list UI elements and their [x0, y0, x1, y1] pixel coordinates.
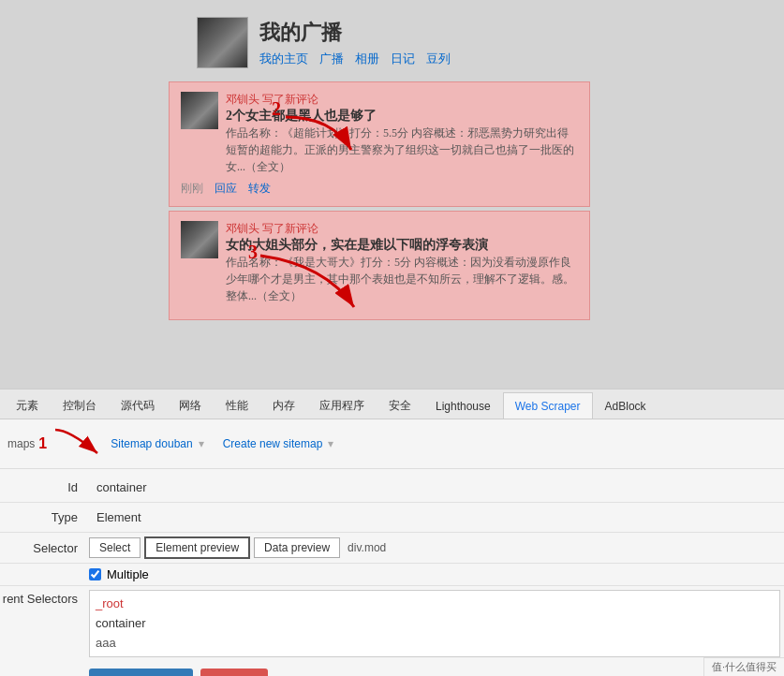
feed-avatar-2	[181, 221, 218, 258]
arrow-1-svg	[51, 425, 107, 463]
form-area: Id container Type Element Selector Selec…	[0, 469, 784, 676]
nav-broadcast[interactable]: 广播	[319, 51, 344, 67]
profile-name: 我的广播	[259, 19, 451, 47]
devtools-panel: 元素 控制台 源代码 网络 性能 内存 应用程序 安全 Lighthouse W…	[0, 389, 784, 676]
selectors-list: _root container aaa	[89, 590, 780, 657]
form-row-multiple: Multiple	[0, 564, 784, 586]
form-row-parent-selectors: rent Selectors _root container aaa	[0, 586, 784, 661]
feed-footer-1: 刚刚 回应 转发	[181, 181, 578, 197]
element-preview-button[interactable]: Element preview	[144, 536, 250, 559]
nav-album[interactable]: 相册	[355, 51, 379, 67]
data-preview-button[interactable]: Data preview	[254, 537, 340, 558]
feed-forward-1[interactable]: 转发	[248, 181, 271, 197]
tab-memory[interactable]: 内存	[260, 392, 307, 419]
tab-network[interactable]: 网络	[167, 392, 214, 419]
id-label: Id	[0, 480, 89, 494]
select-button[interactable]: Select	[89, 537, 141, 558]
tab-adblock[interactable]: AdBlock	[593, 392, 658, 419]
selector-root[interactable]: _root	[96, 595, 774, 614]
nav-doulie[interactable]: 豆列	[426, 51, 451, 67]
scraper-nav-maps: maps	[7, 437, 35, 450]
selector-label: Selector	[0, 541, 89, 555]
form-row-id: Id container	[0, 473, 784, 503]
profile-nav: 我的主页 广播 相册 日记 豆列	[259, 51, 451, 67]
selector-value: div.mod	[348, 541, 386, 554]
feed-item-1: 邓钏头 写了新评论 2个女主都是黑人也是够了 作品名称：《超能计划》打分：5.5…	[169, 81, 590, 207]
feed-header-2: 邓钏头 写了新评论	[226, 221, 578, 237]
feed-reply-1[interactable]: 回应	[214, 181, 237, 197]
form-row-selector: Selector Select Element preview Data pre…	[0, 533, 784, 564]
tab-security[interactable]: 安全	[377, 392, 423, 419]
id-value: container	[89, 477, 784, 498]
profile-header: 我的广播 我的主页 广播 相册 日记 豆列	[19, 9, 765, 74]
avatar	[197, 17, 248, 68]
feed-item-2: 邓钏头 写了新评论 女的大姐头部分，实在是难以下咽的浮夸表演 作品名称：《我是大…	[169, 211, 590, 320]
tab-elements[interactable]: 元素	[4, 392, 51, 419]
create-sitemap-dropdown[interactable]: Create new sitemap	[223, 437, 323, 450]
multiple-checkbox[interactable]	[89, 568, 101, 580]
tab-performance[interactable]: 性能	[214, 392, 260, 419]
bottom-bar-text: 值·什么值得买	[712, 661, 777, 672]
tab-lighthouse[interactable]: Lighthouse	[423, 392, 503, 419]
scraper-content: maps 1 Sitemap douban ▾ Create new sitem…	[0, 419, 784, 676]
tab-application[interactable]: 应用程序	[307, 392, 377, 419]
nav-diary[interactable]: 日记	[391, 51, 415, 67]
action-buttons: Save selector Cancel	[0, 661, 784, 676]
arrow-2-svg	[276, 108, 361, 164]
save-selector-button[interactable]: Save selector	[89, 669, 193, 676]
selector-aaa[interactable]: aaa	[96, 634, 774, 654]
profile-info: 我的广播 我的主页 广播 相册 日记 豆列	[259, 19, 451, 67]
nav-divider: ▾	[199, 437, 204, 450]
arrow-3-svg	[251, 251, 363, 326]
annotation-1: 1	[38, 435, 47, 452]
parent-selectors-label: rent Selectors	[0, 586, 89, 606]
multiple-label: Multiple	[107, 567, 149, 581]
form-row-type: Type Element	[0, 503, 784, 533]
feed-avatar-1	[181, 92, 218, 129]
selector-controls: Select Element preview Data preview div.…	[89, 533, 386, 563]
selector-container[interactable]: container	[96, 614, 774, 634]
tab-web-scraper[interactable]: Web Scraper	[503, 392, 593, 419]
bottom-bar: 值·什么值得买	[703, 657, 784, 676]
cancel-button[interactable]: Cancel	[200, 669, 268, 676]
tab-sources[interactable]: 源代码	[109, 392, 167, 419]
sitemap-dropdown[interactable]: Sitemap douban	[111, 437, 192, 450]
devtools-tabs: 元素 控制台 源代码 网络 性能 内存 应用程序 安全 Lighthouse W…	[0, 389, 784, 419]
type-value: Element	[89, 507, 784, 528]
scraper-nav: maps 1 Sitemap douban ▾ Create new sitem…	[0, 419, 784, 469]
create-nav-divider: ▾	[328, 437, 333, 450]
nav-homepage[interactable]: 我的主页	[259, 51, 308, 67]
tab-console[interactable]: 控制台	[51, 392, 109, 419]
type-label: Type	[0, 510, 89, 524]
